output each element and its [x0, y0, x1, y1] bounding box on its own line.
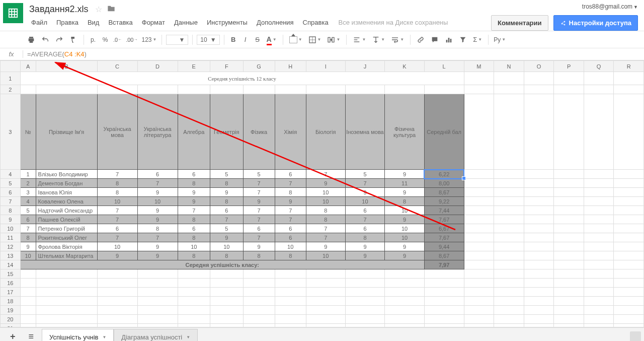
cell-r5-c11[interactable]: 8,00: [424, 179, 464, 188]
cell-r8-c11[interactable]: 7,44: [424, 206, 464, 215]
row-8[interactable]: 8: [1, 206, 21, 215]
row-18[interactable]: 18: [1, 297, 21, 306]
cell-r9-c9[interactable]: 7: [345, 215, 385, 224]
cell-r4-c2[interactable]: 7: [97, 170, 137, 179]
filter-icon[interactable]: [457, 34, 469, 46]
cell-r4-c0[interactable]: 1: [20, 170, 36, 179]
cell-r11-c4[interactable]: 8: [178, 233, 210, 242]
cell-r6-c10[interactable]: 9: [385, 188, 424, 197]
cell-r9-c2[interactable]: 7: [97, 215, 137, 224]
cell-r10-c6[interactable]: 6: [243, 224, 275, 233]
cell-r10-c4[interactable]: 6: [178, 224, 210, 233]
undo-icon[interactable]: [39, 34, 51, 46]
row-11[interactable]: 11: [1, 233, 21, 242]
cell-r9-c0[interactable]: 6: [20, 215, 36, 224]
fill-color[interactable]: ▼: [287, 34, 304, 45]
cell-r9-c8[interactable]: 8: [306, 215, 345, 224]
cell-r5-c8[interactable]: 9: [306, 179, 345, 188]
col-L[interactable]: L: [424, 61, 464, 72]
cell-r13-c1[interactable]: Штельмах Маргарита: [36, 251, 97, 260]
cell-r11-c11[interactable]: 7,67: [424, 233, 464, 242]
cell-r13-c0[interactable]: 10: [20, 251, 36, 260]
link-icon[interactable]: [415, 34, 427, 46]
row-2[interactable]: 2: [1, 85, 21, 94]
cell-r12-c4[interactable]: 10: [178, 242, 210, 251]
cell-r10-c9[interactable]: 6: [345, 224, 385, 233]
cell-r4-c1[interactable]: Влізько Володимир: [36, 170, 97, 179]
cell-r11-c1[interactable]: Рокитянський Олег: [36, 233, 97, 242]
cell-r13-c11[interactable]: 8,67: [424, 251, 464, 260]
cell-r7-c5[interactable]: 8: [210, 197, 243, 206]
cell-r13-c10[interactable]: 9: [385, 251, 424, 260]
cell-r8-c2[interactable]: 7: [97, 206, 137, 215]
cell-r12-c3[interactable]: 9: [137, 242, 178, 251]
sheet-tab[interactable]: Успішність учнів▼: [42, 329, 114, 342]
hdr-3[interactable]: Українська література: [137, 94, 178, 170]
cell-r8-c8[interactable]: 8: [306, 206, 345, 215]
cell-r13-c3[interactable]: 9: [137, 251, 178, 260]
cell-r6-c11[interactable]: 8,67: [424, 188, 464, 197]
col-I[interactable]: I: [306, 61, 345, 72]
cell-r11-c10[interactable]: 10: [385, 233, 424, 242]
row-4[interactable]: 4: [1, 170, 21, 179]
cell-r7-c2[interactable]: 10: [97, 197, 137, 206]
cell-r8-c0[interactable]: 5: [20, 206, 36, 215]
menu-Справка[interactable]: Справка: [299, 17, 333, 28]
account-link[interactable]: tros88@gmail.com▼: [582, 3, 638, 10]
cell-r10-c3[interactable]: 8: [137, 224, 178, 233]
hdr-9[interactable]: Іноземна мова: [345, 94, 385, 170]
italic-icon[interactable]: I: [240, 34, 251, 45]
functions-icon[interactable]: Σ▼: [471, 34, 484, 45]
cell-r11-c0[interactable]: 8: [20, 233, 36, 242]
row-5[interactable]: 5: [1, 179, 21, 188]
comment-icon[interactable]: [429, 34, 441, 46]
menu-Вид[interactable]: Вид: [84, 17, 104, 28]
cell-r11-c9[interactable]: 8: [345, 233, 385, 242]
cell-r4-c3[interactable]: 6: [137, 170, 178, 179]
cell-r12-c6[interactable]: 9: [243, 242, 275, 251]
col-H[interactable]: H: [275, 61, 306, 72]
print-icon[interactable]: [25, 34, 37, 46]
row-12[interactable]: 12: [1, 242, 21, 251]
cell-r7-c0[interactable]: 4: [20, 197, 36, 206]
cell-r9-c7[interactable]: 7: [275, 215, 306, 224]
cell-r12-c8[interactable]: 9: [306, 242, 345, 251]
hdr-5[interactable]: Геометрія: [210, 94, 243, 170]
cell-r12-c9[interactable]: 9: [345, 242, 385, 251]
cell-r6-c3[interactable]: 9: [137, 188, 178, 197]
cell-r13-c4[interactable]: 8: [178, 251, 210, 260]
cell-r7-c8[interactable]: 10: [306, 197, 345, 206]
cell-r10-c1[interactable]: Петренко Григорій: [36, 224, 97, 233]
all-sheets-button[interactable]: ≡: [24, 328, 39, 341]
formula-input[interactable]: =AVERAGE(C4 :K4): [23, 49, 91, 59]
cell-r5-c4[interactable]: 8: [178, 179, 210, 188]
footer-label[interactable]: Середня успішність класу:: [20, 260, 424, 269]
cell-r13-c6[interactable]: 8: [243, 251, 275, 260]
col-F[interactable]: F: [210, 61, 243, 72]
menu-Файл[interactable]: Файл: [27, 17, 51, 28]
cell-r12-c0[interactable]: 9: [20, 242, 36, 251]
chart-icon[interactable]: [443, 34, 455, 46]
cell-r6-c1[interactable]: Іванова Юлія: [36, 188, 97, 197]
cell-r13-c8[interactable]: 10: [306, 251, 345, 260]
folder-icon[interactable]: [107, 5, 115, 14]
cell-r12-c10[interactable]: 9: [385, 242, 424, 251]
col-O[interactable]: O: [524, 61, 554, 72]
comments-button[interactable]: Комментарии: [491, 15, 548, 31]
cell-r4-c9[interactable]: 5: [345, 170, 385, 179]
cell-r4-c4[interactable]: 6: [178, 170, 210, 179]
col-G[interactable]: G: [243, 61, 275, 72]
borders-icon[interactable]: ▼: [306, 34, 324, 46]
cell-r7-c7[interactable]: 9: [275, 197, 306, 206]
cell-r5-c7[interactable]: 7: [275, 179, 306, 188]
cell-r8-c9[interactable]: 6: [345, 206, 385, 215]
cell-r11-c2[interactable]: 7: [97, 233, 137, 242]
menu-Вставка[interactable]: Вставка: [104, 17, 136, 28]
font-size[interactable]: 10▼: [197, 35, 219, 45]
cell-r4-c6[interactable]: 5: [243, 170, 275, 179]
cell-r7-c6[interactable]: 9: [243, 197, 275, 206]
cell-r8-c7[interactable]: 7: [275, 206, 306, 215]
cell-r11-c3[interactable]: 7: [137, 233, 178, 242]
dec-increase[interactable]: .00→: [125, 37, 138, 43]
hdr-8[interactable]: Біологія: [306, 94, 345, 170]
